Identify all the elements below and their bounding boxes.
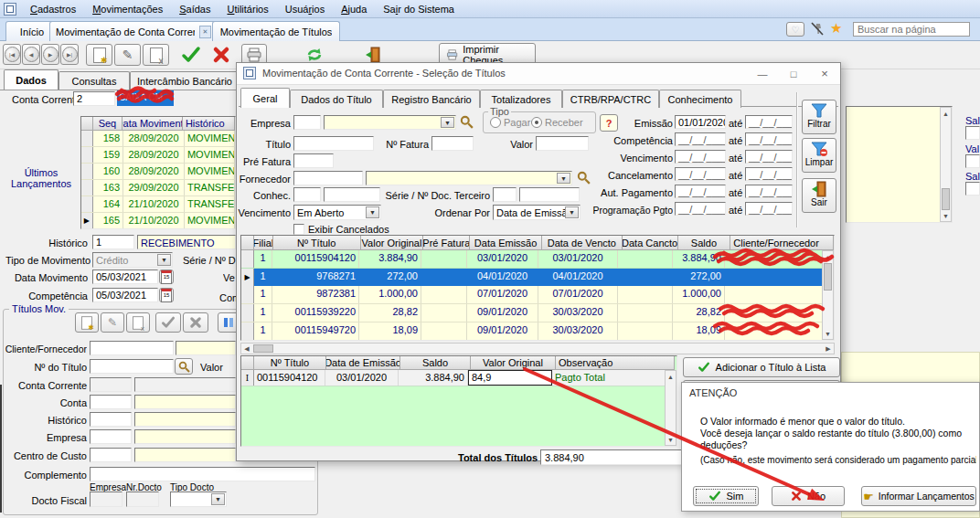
fornecedor-search-icon[interactable] (577, 171, 591, 185)
col-n-titulo[interactable]: Nº Título (273, 236, 361, 250)
sim-button[interactable]: Sim (693, 486, 759, 506)
col-saldo[interactable]: Saldo (678, 236, 731, 250)
cliente-fornecedor-input[interactable] (90, 341, 174, 355)
selected-grid-scrollbar[interactable]: ▲ ▼ (665, 370, 676, 446)
nav-last-button[interactable]: ▶| (60, 44, 79, 65)
titulos-grid-scrollbar[interactable]: ▲ ▼ (822, 250, 834, 340)
ordenar-combo[interactable]: Data de Emissão ▼ (493, 205, 581, 220)
favorite-heart-button[interactable]: ♡ (786, 22, 804, 37)
emissao-to-input[interactable]: __/__/____ (745, 115, 793, 129)
conta-corrente-name-field[interactable]: CAIXA CM (117, 90, 174, 106)
scroll-up-icon[interactable]: ▲ (941, 108, 951, 119)
titulos-cancel-button[interactable] (183, 312, 208, 333)
n-titulo-input[interactable] (90, 359, 174, 374)
pin-slash-icon[interactable] (810, 21, 825, 37)
titulos-grid-hscrollbar[interactable]: ◀ ▶ (240, 343, 835, 354)
filtrar-button[interactable]: Filtrar (802, 100, 836, 134)
historico-input[interactable] (90, 412, 132, 427)
titulos-delete-button[interactable]: x (126, 312, 150, 333)
table-row[interactable]: 16421/10/2020TRANSFER (81, 196, 235, 213)
historico-code-input[interactable] (92, 235, 134, 249)
exibir-cancelados-checkbox[interactable]: Exibir Cancelados (293, 224, 389, 235)
table-row[interactable]: 15828/09/2020MOVIMENT (81, 131, 235, 147)
maximize-button[interactable]: □ (780, 63, 807, 84)
dialog-title-bar[interactable]: Movimentação de Conta Corrente - Seleção… (237, 63, 840, 85)
col-valor-original[interactable]: Valor Original (361, 236, 424, 250)
col-seq[interactable]: Seq (93, 117, 123, 131)
tab-movimentacao-titulos[interactable]: Movimentação de Títulos (212, 21, 340, 41)
col-cliente-fornecedor[interactable]: Cliente/Fornecedor (730, 236, 834, 250)
table-row-selected[interactable]: ▶ 1 9768271 272,00 04/01/2020 04/01/2020… (241, 269, 834, 286)
table-row[interactable]: 1 9872381 1.000,00 07/01/2020 07/01/2020… (241, 286, 834, 304)
conhec-input-1[interactable] (293, 187, 321, 202)
centro-custo-input[interactable] (90, 448, 132, 462)
radio-pagar[interactable]: Pagar (490, 117, 530, 128)
emissao-from-input[interactable]: 01/01/2020 (675, 115, 726, 129)
table-row[interactable]: 1 00115949720 18,09 09/01/2020 30/03/202… (241, 322, 834, 341)
tab-totalizadores[interactable]: Totalizadores (480, 90, 562, 108)
tipo-movimento-combo[interactable]: Crédito ▼ (92, 252, 173, 268)
search-input[interactable] (853, 22, 970, 37)
col-n-titulo[interactable]: Nº Título (254, 356, 326, 370)
empresa-code-input[interactable] (293, 115, 321, 130)
valor-filter-input[interactable] (536, 136, 589, 151)
scroll-right-icon[interactable]: ▶ (823, 344, 834, 354)
confirm-button[interactable] (177, 43, 205, 67)
competencia-to-input[interactable]: __/__/____ (745, 132, 793, 146)
aut-pagamento-from-input[interactable]: __/__/____ (675, 185, 726, 198)
tab-consultas[interactable]: Consultas (59, 71, 130, 90)
star-icon[interactable]: ★ (830, 20, 842, 37)
informar-lancamentos-button[interactable]: ☛ Informar Lançamentos (861, 486, 976, 506)
pre-fatura-input[interactable] (293, 153, 334, 168)
doc-terceiro-input[interactable] (519, 187, 580, 202)
conta-corrente-code-input[interactable] (73, 91, 115, 106)
memo-area[interactable]: ▲ ▼ (846, 106, 953, 223)
col-data-vencto[interactable]: Data de Vencto (542, 236, 623, 250)
table-row[interactable]: I 00115904120 03/01/2020 3.884,90 84,9 P… (241, 370, 676, 386)
col-valor-original[interactable]: Valor Original (471, 356, 556, 370)
close-button[interactable]: × (811, 63, 838, 84)
nao-button[interactable]: Não (772, 486, 845, 506)
valor-original-editor[interactable]: 84,9 (468, 370, 552, 386)
titulos-insert-button[interactable]: ✱ (75, 312, 99, 333)
competencia-input[interactable] (92, 288, 158, 302)
edit-button[interactable]: ✎ (114, 44, 141, 66)
menu-item-movimentacoes[interactable]: Movimentações (84, 1, 171, 17)
scrollbar-thumb[interactable] (942, 188, 950, 210)
menu-item-usuarios[interactable]: Usuários (277, 1, 333, 17)
cancelamento-to-input[interactable]: __/__/____ (745, 167, 793, 181)
vencimento-to-input[interactable]: __/__/____ (745, 150, 793, 164)
tab-ctrb-rpa-ctrc[interactable]: CTRB/RPA/CTRC (562, 90, 659, 108)
empresa-input[interactable] (90, 429, 132, 444)
serie-input[interactable] (493, 187, 517, 202)
tab-intercambio-bancario[interactable]: Intercâmbio Bancário (130, 71, 240, 90)
n-fatura-input[interactable] (431, 136, 474, 151)
adicionar-titulo-button[interactable]: Adicionar o Título à Lista (683, 357, 840, 377)
scroll-up-icon[interactable]: ▲ (823, 251, 833, 262)
cancel-button[interactable] (208, 43, 235, 67)
menu-item-cadastros[interactable]: Cadastros (22, 1, 84, 17)
empresa-combo[interactable]: ▼ (324, 115, 456, 130)
col-historico[interactable]: Histórico (183, 117, 235, 131)
tab-geral[interactable]: Geral (240, 88, 290, 108)
nav-prior-button[interactable]: ◀ (22, 44, 40, 65)
memo-scrollbar[interactable]: ▲ ▼ (940, 107, 952, 222)
table-row[interactable]: 1 00115904120 3.884,90 03/01/2020 03/01/… (241, 250, 834, 269)
competencia-calendar-button[interactable]: 15 (159, 288, 174, 302)
vencimento-from-input[interactable]: __/__/____ (675, 150, 726, 164)
sair-button[interactable]: Sair (802, 178, 836, 213)
col-data-emissao[interactable]: Data Emissão (470, 236, 542, 250)
conhec-input-2[interactable] (324, 187, 380, 202)
scrollbar-thumb[interactable] (824, 263, 832, 291)
col-saldo[interactable]: Saldo (400, 356, 471, 370)
minimize-button[interactable]: — (749, 63, 776, 84)
programacao-to-input[interactable]: __/__/____ (745, 202, 793, 216)
titulos-edit-button[interactable]: ✎ (101, 312, 124, 333)
table-row[interactable]: ▶ 16521/10/2020MOVIMENT (81, 213, 235, 229)
col-data-cancto[interactable]: Data Cancto (623, 236, 678, 250)
nav-next-button[interactable]: ▶ (41, 44, 59, 65)
aut-pagamento-to-input[interactable]: __/__/____ (745, 185, 793, 198)
complemento-input[interactable] (90, 467, 315, 481)
scrollbar-thumb[interactable] (253, 344, 273, 353)
conta-input[interactable] (90, 395, 132, 409)
